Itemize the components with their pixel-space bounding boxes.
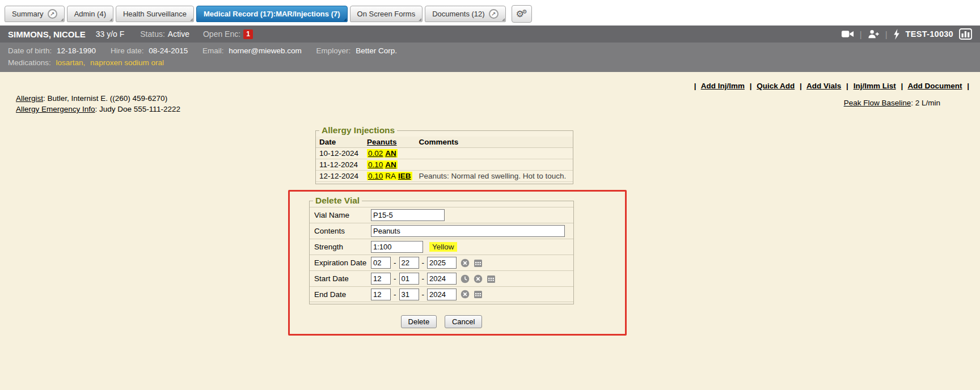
bar-chart-icon[interactable] bbox=[959, 28, 972, 40]
expiration-date-label: Expiration Date bbox=[314, 258, 371, 267]
gear-small-icon: ⚙ bbox=[522, 9, 527, 15]
date-separator: - bbox=[394, 274, 396, 283]
link-separator: | bbox=[967, 82, 969, 90]
peak-flow-link[interactable]: Peak Flow Baseline bbox=[844, 99, 911, 107]
cancel-button[interactable]: Cancel bbox=[445, 315, 482, 328]
email-value: horner@mieweb.com bbox=[229, 46, 302, 55]
tab-on-screen-forms[interactable]: On Screen Forms bbox=[350, 6, 423, 22]
allergist-line: Allergist: Butler, Internist E. ((260) 4… bbox=[16, 93, 180, 104]
comments-column-header: Comments bbox=[416, 137, 573, 148]
expiration-date-row: Expiration Date - - bbox=[310, 255, 573, 270]
expiration-year-input[interactable] bbox=[427, 257, 457, 269]
dose-link[interactable]: 0.10 bbox=[368, 160, 383, 169]
calendar-icon[interactable] bbox=[487, 274, 496, 283]
code-link[interactable]: IEB bbox=[398, 172, 411, 180]
allergy-emergency-value: : Judy Doe 555-111-2222 bbox=[95, 105, 180, 113]
demographics-line: Date of birth: 12-18-1990 Hire date: 08-… bbox=[8, 45, 972, 57]
tab-documents-label: Documents (12) bbox=[432, 10, 484, 18]
clear-date-icon[interactable] bbox=[461, 290, 470, 299]
end-year-input[interactable] bbox=[427, 289, 457, 300]
date-column-header: Date bbox=[316, 137, 364, 148]
allergy-injections-table: Date Peanuts Comments 10-12-2024 0.02AN … bbox=[316, 137, 573, 182]
popout-icon[interactable]: ↗ bbox=[48, 9, 57, 19]
calendar-icon[interactable] bbox=[474, 258, 483, 268]
vial-name-label: Vial Name bbox=[314, 211, 371, 219]
clear-date-icon[interactable] bbox=[461, 258, 470, 268]
form-buttons: Delete Cancel bbox=[309, 315, 574, 328]
medication-link[interactable]: naproxen sodium oral bbox=[90, 58, 164, 67]
tab-health-surveillance[interactable]: Health Surveillance bbox=[116, 6, 194, 22]
dose-link[interactable]: 0.10 bbox=[368, 172, 383, 180]
delete-button[interactable]: Delete bbox=[401, 315, 437, 328]
open-enc-badge[interactable]: 1 bbox=[243, 29, 253, 39]
table-header-row: Date Peanuts Comments bbox=[316, 137, 573, 148]
start-month-input[interactable] bbox=[371, 273, 391, 285]
injection-date: 11-12-2024 bbox=[316, 159, 364, 171]
vial-color-tag: Yellow bbox=[429, 242, 457, 252]
dose-highlight: 0.02AN bbox=[367, 149, 398, 158]
add-vials-link[interactable]: Add Vials bbox=[806, 82, 841, 90]
start-year-input[interactable] bbox=[427, 273, 457, 285]
link-separator: | bbox=[694, 82, 696, 90]
status-label: Status: bbox=[140, 29, 165, 39]
peanuts-header-link[interactable]: Peanuts bbox=[367, 138, 397, 146]
allergy-emergency-link[interactable]: Allergy Emergency Info bbox=[16, 105, 95, 113]
hire-date-label: Hire date: bbox=[111, 46, 144, 55]
video-camera-icon[interactable] bbox=[841, 29, 854, 39]
calendar-icon[interactable] bbox=[474, 290, 483, 299]
expiration-month-input[interactable] bbox=[371, 257, 391, 269]
allergy-injections-legend: Allergy Injections bbox=[319, 125, 397, 135]
vial-name-input[interactable] bbox=[371, 209, 445, 221]
vial-name-row: Vial Name bbox=[310, 207, 573, 223]
medication-link[interactable]: losartan, bbox=[56, 58, 86, 67]
date-separator: - bbox=[422, 258, 425, 267]
annotation-rectangle: Delete Vial Vial Name Contents Strength … bbox=[288, 190, 627, 336]
popout-icon[interactable]: ↗ bbox=[489, 9, 499, 19]
add-person-icon[interactable] bbox=[868, 29, 880, 39]
add-document-link[interactable]: Add Document bbox=[907, 82, 962, 90]
expiration-day-input[interactable] bbox=[399, 257, 419, 269]
start-day-input[interactable] bbox=[399, 273, 419, 285]
tab-medical-record-label: Medical Record (17):MAR/Injections (7) bbox=[204, 10, 340, 18]
table-row: 12-12-2024 0.10RAIEB Peanuts: Normal red… bbox=[316, 171, 573, 182]
clear-date-icon[interactable] bbox=[474, 274, 483, 283]
dose-link[interactable]: 0.02 bbox=[368, 149, 383, 158]
medications-line: Medications: losartan, naproxen sodium o… bbox=[8, 57, 972, 69]
injection-comment bbox=[416, 148, 573, 159]
end-date-row: End Date - - bbox=[310, 286, 573, 302]
employer-label: Employer: bbox=[316, 46, 351, 55]
allergist-value: : Butler, Internist E. ((260) 459-6270) bbox=[43, 94, 167, 103]
end-day-input[interactable] bbox=[399, 289, 419, 300]
inj-imm-list-link[interactable]: Inj/Imm List bbox=[854, 82, 896, 90]
tab-admin[interactable]: Admin (4) bbox=[67, 6, 113, 22]
end-month-input[interactable] bbox=[371, 289, 391, 300]
peanuts-column-header: Peanuts bbox=[364, 137, 416, 148]
header-separator: | bbox=[885, 29, 888, 39]
injection-comment bbox=[416, 159, 573, 171]
tab-medical-record[interactable]: Medical Record (17):MAR/Injections (7) bbox=[196, 6, 348, 22]
strength-input[interactable] bbox=[371, 241, 423, 253]
provider-info: Allergist: Butler, Internist E. ((260) 4… bbox=[16, 93, 180, 115]
patient-name: SIMMONS, NICOLE bbox=[8, 29, 86, 39]
code-link[interactable]: AN bbox=[385, 149, 396, 158]
link-separator: | bbox=[901, 82, 903, 90]
contents-input[interactable] bbox=[371, 225, 565, 237]
dose-highlight: 0.10AN bbox=[367, 160, 398, 169]
link-separator: | bbox=[800, 82, 802, 90]
strength-row: Strength Yellow bbox=[310, 239, 573, 255]
tab-summary-label: Summary bbox=[12, 10, 44, 18]
clock-icon[interactable] bbox=[461, 274, 470, 283]
tab-summary[interactable]: Summary ↗ bbox=[5, 6, 65, 22]
tab-documents[interactable]: Documents (12) ↗ bbox=[425, 6, 505, 22]
end-date-label: End Date bbox=[314, 290, 371, 299]
patient-age-sex: 33 y/o F bbox=[96, 29, 125, 39]
hire-date-value: 08-24-2015 bbox=[149, 46, 188, 55]
settings-button[interactable]: ⚙ ⚙ bbox=[512, 5, 532, 23]
quick-add-link[interactable]: Quick Add bbox=[757, 82, 795, 90]
add-inj-imm-link[interactable]: Add Inj/Imm bbox=[701, 82, 745, 90]
lightning-bolt-icon[interactable] bbox=[893, 29, 900, 40]
contents-label: Contents bbox=[314, 227, 371, 235]
injection-date: 10-12-2024 bbox=[316, 148, 364, 159]
allergist-link[interactable]: Allergist bbox=[16, 94, 43, 103]
code-link[interactable]: AN bbox=[385, 160, 396, 169]
